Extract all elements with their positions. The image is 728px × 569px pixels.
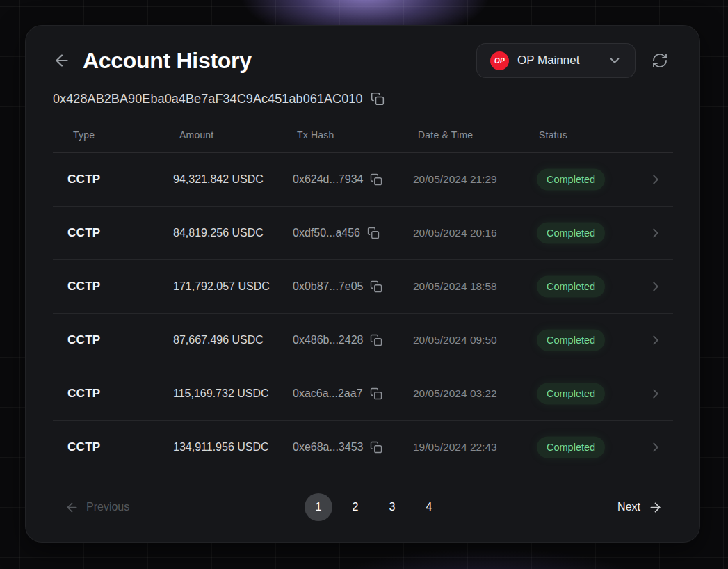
column-header-type: Type [73,129,95,141]
row-detail-button[interactable] [648,440,663,455]
row-detail-button[interactable] [648,332,663,348]
copy-address-button[interactable] [371,92,385,106]
row-datetime: 20/05/2024 09:50 [413,334,497,346]
status-badge: Completed [537,276,605,298]
table-row[interactable]: CCTP 115,169.732 USDC 0xac6a...2aa7 20/0… [53,367,673,421]
pagination-bar: Previous 1 2 3 4 Next [53,490,673,524]
chevron-right-icon [648,332,663,348]
copy-icon [370,334,382,346]
account-history-panel: Account History OP OP Mainnet 0x428AB2BA… [25,25,700,543]
tx-hash-text: 0xac6a...2aa7 [293,387,363,400]
row-detail-button[interactable] [648,172,663,187]
row-status: Completed [537,330,605,351]
table-row[interactable]: CCTP 87,667.496 USDC 0x486b...2428 20/05… [53,314,673,367]
next-label: Next [617,501,640,513]
row-tx-hash: 0xac6a...2aa7 [293,387,382,400]
row-type: CCTP [67,173,100,186]
column-header-datetime: Date & Time [418,129,473,141]
row-status: Completed [537,276,605,298]
row-tx-hash: 0xe68a...3453 [293,441,382,454]
row-type: CCTP [67,333,100,347]
tx-hash-text: 0x486b...2428 [293,334,363,346]
status-badge: Completed [537,383,605,405]
row-datetime: 19/05/2024 22:43 [413,441,497,454]
arrow-right-icon [648,500,663,515]
table-row[interactable]: CCTP 94,321.842 USDC 0x624d...7934 20/05… [53,153,673,207]
copy-tx-button[interactable] [370,387,382,400]
column-header-status: Status [539,129,567,141]
column-header-tx-hash: Tx Hash [297,129,334,141]
row-type: CCTP [67,387,100,401]
table-row[interactable]: CCTP 134,911.956 USDC 0xe68a...3453 19/0… [53,421,673,474]
row-datetime: 20/05/2024 20:16 [413,227,497,239]
copy-icon [370,441,382,454]
status-badge: Completed [537,330,605,351]
row-type: CCTP [67,280,100,294]
network-name: OP Mainnet [517,54,597,67]
copy-icon [370,387,382,400]
page-button-1[interactable]: 1 [305,493,332,521]
next-button[interactable]: Next [617,500,663,515]
network-select[interactable]: OP OP Mainnet [476,43,636,78]
table-row[interactable]: CCTP 84,819.256 USDC 0xdf50...a456 20/05… [53,207,673,260]
arrow-left-icon [53,51,71,70]
page-title: Account History [83,48,252,74]
row-datetime: 20/05/2024 18:58 [413,280,497,293]
row-status: Completed [537,169,605,191]
table-header: Type Amount Tx Hash Date & Time Status [53,124,673,153]
chevron-down-icon [607,53,622,68]
row-datetime: 20/05/2024 03:22 [413,387,497,400]
wallet-address-row: 0x428AB2BA90Eba0a4Be7aF34C9Ac451ab061AC0… [53,90,673,107]
row-detail-button[interactable] [648,386,663,401]
row-type: CCTP [67,440,100,454]
refresh-icon [652,52,668,69]
page-button-2[interactable]: 2 [341,493,369,521]
chevron-right-icon [648,172,663,187]
panel-header: Account History OP OP Mainnet [53,42,673,79]
row-amount: 115,169.732 USDC [173,387,269,400]
history-table: Type Amount Tx Hash Date & Time Status C… [53,124,673,474]
status-badge: Completed [537,223,605,244]
chevron-right-icon [648,440,663,455]
previous-label: Previous [86,501,129,513]
row-amount: 84,819.256 USDC [173,227,264,239]
row-amount: 171,792.057 USDC [173,280,270,293]
chevron-right-icon [648,386,663,401]
row-tx-hash: 0xdf50...a456 [293,227,380,239]
copy-tx-button[interactable] [370,280,382,293]
tx-hash-text: 0xe68a...3453 [293,441,363,454]
tx-hash-text: 0x0b87...7e05 [293,280,363,293]
row-tx-hash: 0x0b87...7e05 [293,280,382,293]
tx-hash-text: 0x624d...7934 [293,173,363,186]
copy-icon [371,92,385,106]
wallet-address: 0x428AB2BA90Eba0a4Be7aF34C9Ac451ab061AC0… [53,92,363,106]
copy-icon [367,227,380,239]
row-detail-button[interactable] [648,225,663,241]
arrow-left-icon [65,500,79,515]
copy-icon [370,280,382,293]
copy-tx-button[interactable] [370,173,382,186]
page-button-4[interactable]: 4 [415,493,443,521]
row-amount: 94,321.842 USDC [173,173,264,186]
row-amount: 134,911.956 USDC [173,441,269,454]
back-button[interactable] [53,51,71,70]
page-list: 1 2 3 4 [305,493,443,521]
previous-button[interactable]: Previous [65,500,129,515]
row-amount: 87,667.496 USDC [173,334,264,346]
copy-tx-button[interactable] [370,441,382,454]
copy-icon [370,173,382,186]
row-datetime: 20/05/2024 21:29 [413,173,497,186]
row-tx-hash: 0x624d...7934 [293,173,382,186]
refresh-button[interactable] [652,52,668,69]
table-row[interactable]: CCTP 171,792.057 USDC 0x0b87...7e05 20/0… [53,260,673,314]
row-detail-button[interactable] [648,279,663,294]
row-status: Completed [537,437,605,458]
chevron-right-icon [648,279,663,294]
page-button-3[interactable]: 3 [378,493,406,521]
column-header-amount: Amount [179,129,213,141]
copy-tx-button[interactable] [370,334,382,346]
copy-tx-button[interactable] [367,227,380,239]
row-type: CCTP [67,226,100,240]
row-status: Completed [537,223,605,244]
tx-hash-text: 0xdf50...a456 [293,227,360,239]
